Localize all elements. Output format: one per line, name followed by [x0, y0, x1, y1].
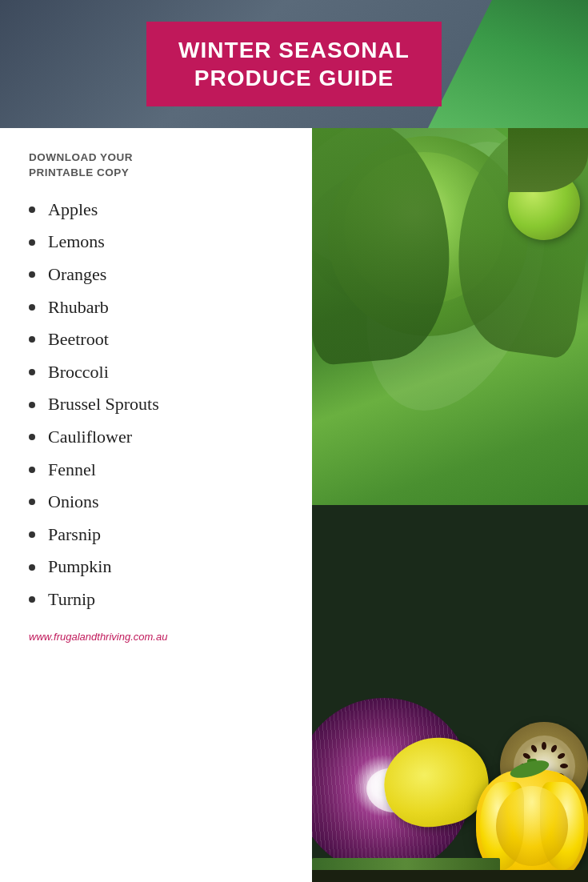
bullet-icon	[29, 499, 35, 505]
item-pumpkin: Pumpkin	[48, 555, 111, 579]
item-oranges: Oranges	[48, 263, 106, 287]
right-column-photo	[312, 128, 588, 882]
svg-point-0	[542, 742, 546, 750]
list-item: Rhubarb	[29, 291, 296, 324]
title-line1: WINTER SEASONAL	[178, 38, 410, 62]
bullet-icon	[29, 467, 35, 473]
left-column: DOWNLOAD YOURPRINTABLE COPY Apples Lemon…	[0, 128, 312, 882]
list-item: Lemons	[29, 226, 296, 259]
item-turnip: Turnip	[48, 588, 95, 611]
title-text: WINTER SEASONAL PRODUCE GUIDE	[178, 36, 410, 92]
main-content: DOWNLOAD YOURPRINTABLE COPY Apples Lemon…	[0, 128, 588, 882]
svg-point-11	[530, 744, 538, 754]
title-line2: PRODUCE GUIDE	[194, 66, 394, 90]
list-item: Brussel Sprouts	[29, 388, 296, 421]
list-item: Cauliflower	[29, 421, 296, 454]
bullet-icon	[29, 434, 35, 440]
svg-point-2	[557, 752, 566, 760]
item-brussel-sprouts: Brussel Sprouts	[48, 393, 159, 416]
header-area: WINTER SEASONAL PRODUCE GUIDE	[0, 0, 588, 128]
list-item: Oranges	[29, 259, 296, 291]
bullet-icon	[29, 304, 35, 311]
item-fennel: Fennel	[48, 459, 96, 482]
bullet-icon	[29, 271, 35, 278]
download-label: DOWNLOAD YOURPRINTABLE COPY	[29, 150, 296, 181]
svg-point-3	[560, 764, 568, 768]
svg-point-1	[550, 744, 558, 754]
list-item: Pumpkin	[29, 551, 296, 583]
item-apples: Apples	[48, 198, 98, 222]
item-onions: Onions	[48, 491, 99, 514]
item-broccoli: Broccoli	[48, 361, 109, 384]
bullet-icon	[29, 402, 35, 408]
list-item: Onions	[29, 486, 296, 519]
item-beetroot: Beetroot	[48, 328, 109, 351]
vegetables-photo-section	[312, 505, 588, 882]
cabbage-photo-section	[312, 128, 588, 520]
bullet-icon	[29, 596, 35, 603]
item-rhubarb: Rhubarb	[48, 296, 109, 319]
list-item: Parsnip	[29, 519, 296, 551]
list-item: Beetroot	[29, 323, 296, 356]
list-item: Turnip	[29, 583, 296, 616]
photo-base	[312, 870, 588, 882]
bullet-icon	[29, 369, 35, 375]
bullet-icon	[29, 564, 35, 571]
bullet-icon	[29, 239, 35, 246]
title-banner: WINTER SEASONAL PRODUCE GUIDE	[146, 22, 442, 106]
bullet-icon	[29, 531, 35, 538]
item-parsnip: Parsnip	[48, 523, 101, 547]
bullet-icon	[29, 336, 35, 343]
list-item: Broccoli	[29, 356, 296, 389]
item-lemons: Lemons	[48, 231, 105, 254]
list-item: Apples	[29, 194, 296, 227]
website-url[interactable]: www.frugalandthriving.com.au	[29, 631, 296, 643]
page-container: WINTER SEASONAL PRODUCE GUIDE DOWNLOAD Y…	[0, 0, 588, 882]
list-item: Fennel	[29, 454, 296, 487]
bullet-icon	[29, 206, 35, 213]
produce-list: Apples Lemons Oranges Rhubarb Beetroot	[29, 194, 296, 616]
item-cauliflower: Cauliflower	[48, 426, 132, 449]
